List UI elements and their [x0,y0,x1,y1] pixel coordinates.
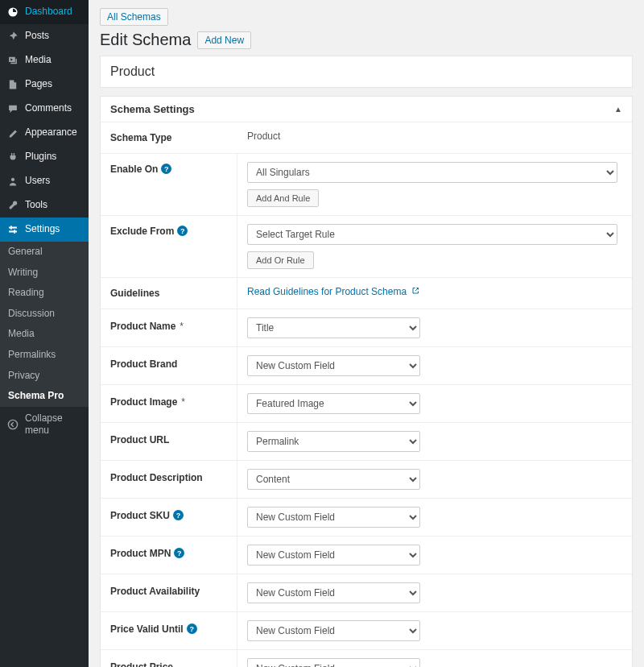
sidebar-item-dashboard[interactable]: Dashboard [0,0,89,24]
help-icon[interactable]: ? [161,164,171,174]
settings-card: Schema Settings ▲ Schema Type Product En… [100,96,633,667]
sidebar-sub-reading[interactable]: Reading [0,283,89,304]
svg-rect-2 [9,230,17,232]
field-select[interactable]: New Custom Field [247,658,420,667]
admin-sidebar: DashboardPostsMediaPagesCommentsAppearan… [0,0,89,667]
field-label: Product Brand [101,347,237,384]
field-select[interactable]: Permalink [247,431,420,452]
comment-icon [6,102,19,115]
field-select[interactable]: Featured Image [247,393,420,414]
tool-icon [6,199,19,212]
row-product-image: Product Image*Featured Image [101,385,632,423]
sidebar-label: Posts [25,30,49,43]
collapse-menu[interactable]: Collapse menu [0,407,89,443]
svg-rect-3 [10,226,11,230]
schema-name-card: Product [100,56,633,88]
row-product-price: Product PriceNew Custom Field [101,650,632,667]
sidebar-label: Pages [25,78,52,91]
sidebar-sub-label: Writing [8,267,38,280]
plugin-icon [6,151,19,164]
sidebar-label: Settings [25,223,60,236]
field-label: Product SKU? [101,499,237,536]
settings-icon [6,223,19,236]
sidebar-item-plugins[interactable]: Plugins [0,145,89,169]
sidebar-sub-label: Reading [8,287,44,300]
media-icon [6,54,19,67]
user-icon [6,175,19,188]
select-enable-on[interactable]: All Singulars [247,162,617,183]
required-indicator: * [181,396,185,408]
sidebar-sub-schema-pro[interactable]: Schema Pro [0,386,89,407]
guidelines-link[interactable]: Read Guidelines for Product Schema [247,286,419,297]
sidebar-label: Plugins [25,151,56,164]
page-title: Edit Schema [100,31,191,49]
value-schema-type: Product [247,130,280,142]
sidebar-sub-privacy[interactable]: Privacy [0,366,89,387]
svg-point-5 [8,420,17,429]
dashboard-icon [6,6,19,19]
select-exclude-from[interactable]: Select Target Rule [247,224,617,245]
main-content: All Schemas Edit Schema Add New Product … [89,0,644,667]
field-label: Product URL [101,423,237,460]
field-select[interactable]: New Custom Field [247,582,420,603]
field-select[interactable]: New Custom Field [247,545,420,566]
sidebar-sub-label: Media [8,328,35,341]
row-exclude-from: Exclude From ? Select Target Rule Add Or… [101,216,632,278]
sidebar-item-settings[interactable]: Settings [0,218,89,242]
external-link-icon [411,286,419,294]
pin-icon [6,30,19,43]
help-icon[interactable]: ? [174,548,184,558]
help-icon[interactable]: ? [177,226,188,236]
field-select[interactable]: Content [247,469,420,490]
add-and-rule-button[interactable]: Add And Rule [247,189,319,207]
help-icon[interactable]: ? [187,624,197,634]
sidebar-item-posts[interactable]: Posts [0,24,89,48]
sidebar-sub-general[interactable]: General [0,242,89,263]
collapse-icon [6,418,19,431]
field-select[interactable]: New Custom Field [247,620,420,641]
sidebar-item-pages[interactable]: Pages [0,72,89,97]
row-schema-type: Schema Type Product [101,122,632,154]
sidebar-sub-permalinks[interactable]: Permalinks [0,345,89,366]
sidebar-label: Users [25,175,50,188]
field-select[interactable]: New Custom Field [247,355,420,376]
add-or-rule-button[interactable]: Add Or Rule [247,251,314,269]
field-label: Product Price [101,650,237,667]
svg-rect-1 [9,227,17,229]
sidebar-item-comments[interactable]: Comments [0,97,89,121]
row-product-mpn: Product MPN?New Custom Field [101,536,632,574]
sidebar-sub-label: Permalinks [8,349,56,362]
sidebar-sub-media[interactable]: Media [0,324,89,345]
sidebar-item-appearance[interactable]: Appearance [0,121,89,145]
svg-rect-4 [14,230,14,234]
field-label: Product Image* [101,385,237,422]
sidebar-item-tools[interactable]: Tools [0,193,89,218]
row-enable-on: Enable On ? All Singulars Add And Rule [101,154,632,216]
sidebar-sub-label: Privacy [8,370,39,383]
sidebar-item-media[interactable]: Media [0,48,89,72]
sidebar-sub-writing[interactable]: Writing [0,263,89,284]
appearance-icon [6,126,19,139]
field-label: Product MPN? [101,536,237,574]
row-guidelines: Guidelines Read Guidelines for Product S… [101,278,632,309]
sidebar-label: Media [25,54,52,67]
field-label: Product Availability [101,574,237,611]
sidebar-label: Tools [25,199,47,212]
add-new-button[interactable]: Add New [197,31,251,49]
all-schemas-link[interactable]: All Schemas [100,8,168,26]
sidebar-item-users[interactable]: Users [0,169,89,193]
field-select[interactable]: Title [247,317,420,338]
sidebar-label: Comments [25,102,72,115]
required-indicator: * [180,321,184,332]
field-label: Product Description [101,461,237,498]
help-icon[interactable]: ? [173,510,184,520]
label-schema-type: Schema Type [101,122,237,153]
page-title-row: Edit Schema Add New [100,31,633,49]
settings-header: Schema Settings ▲ [101,97,632,122]
panel-toggle-icon[interactable]: ▲ [614,105,622,114]
svg-point-0 [11,178,14,181]
field-select[interactable]: New Custom Field [247,507,420,528]
row-product-brand: Product BrandNew Custom Field [101,347,632,385]
sidebar-sub-discussion[interactable]: Discussion [0,304,89,325]
page-icon [6,78,19,91]
